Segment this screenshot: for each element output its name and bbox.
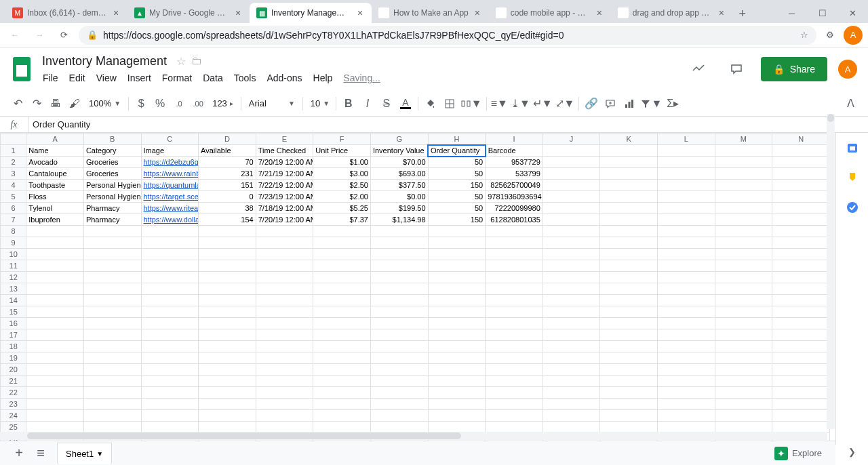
column-header[interactable]: L xyxy=(657,134,715,145)
column-header[interactable]: M xyxy=(715,134,772,145)
cell[interactable] xyxy=(715,306,772,318)
cell[interactable] xyxy=(772,295,830,306)
cell[interactable] xyxy=(715,249,772,260)
cell[interactable] xyxy=(141,376,199,387)
cell[interactable] xyxy=(256,376,313,387)
row-header[interactable]: 19 xyxy=(1,352,26,364)
cell[interactable] xyxy=(600,283,658,295)
cell[interactable]: 150 xyxy=(428,180,486,191)
cell[interactable] xyxy=(542,318,600,329)
cell[interactable] xyxy=(428,410,486,422)
cell[interactable] xyxy=(715,168,772,180)
cell[interactable] xyxy=(428,249,486,260)
cell[interactable] xyxy=(199,295,256,306)
cell[interactable] xyxy=(199,226,256,237)
cell[interactable]: Tylenol xyxy=(26,203,84,214)
cell[interactable]: $693.00 xyxy=(370,168,428,180)
cell[interactable] xyxy=(772,399,830,410)
cell[interactable] xyxy=(428,226,486,237)
cell[interactable] xyxy=(772,410,830,422)
cell[interactable] xyxy=(370,295,428,306)
cell[interactable] xyxy=(428,283,486,295)
cell[interactable] xyxy=(772,226,830,237)
cell[interactable] xyxy=(370,422,428,433)
cell[interactable] xyxy=(199,399,256,410)
cell[interactable] xyxy=(772,352,830,364)
cell[interactable]: 38 xyxy=(199,203,256,214)
cell[interactable]: Toothpaste xyxy=(26,180,84,191)
browser-tab[interactable]: MInbox (6,614) - demos@1tra× xyxy=(5,3,127,23)
row-header[interactable]: 16 xyxy=(1,318,26,329)
cell[interactable] xyxy=(313,329,371,341)
cell[interactable] xyxy=(26,387,84,399)
cell[interactable] xyxy=(313,306,371,318)
cell[interactable] xyxy=(657,203,715,214)
cell[interactable]: $7.37 xyxy=(313,214,371,226)
link-button[interactable]: 🔗 xyxy=(582,94,601,113)
cell[interactable] xyxy=(657,399,715,410)
cell[interactable] xyxy=(199,329,256,341)
cell[interactable] xyxy=(428,260,486,272)
browser-profile-icon[interactable]: A xyxy=(844,26,863,45)
cell[interactable]: https://d2ebzu6go xyxy=(141,157,199,168)
cell[interactable] xyxy=(600,168,658,180)
cell[interactable]: Inventory Value xyxy=(370,145,428,157)
v-align-button[interactable]: ⤓▼ xyxy=(509,94,532,113)
cell[interactable]: Unit Price xyxy=(313,145,371,157)
cell[interactable] xyxy=(428,376,486,387)
cell[interactable] xyxy=(715,329,772,341)
cell[interactable]: 50 xyxy=(428,157,486,168)
cell[interactable] xyxy=(26,364,84,376)
cell[interactable]: 154 xyxy=(199,214,256,226)
cell[interactable] xyxy=(600,226,658,237)
cell[interactable] xyxy=(26,249,84,260)
cell[interactable] xyxy=(486,295,543,306)
cell[interactable] xyxy=(772,237,830,249)
cell[interactable] xyxy=(486,364,543,376)
explore-button[interactable]: ✦ Explore xyxy=(769,444,827,463)
cell[interactable]: https://www.dolla xyxy=(141,214,199,226)
cell[interactable]: Name xyxy=(26,145,84,157)
cell[interactable]: 70 xyxy=(199,157,256,168)
column-header[interactable]: N xyxy=(772,134,830,145)
cell[interactable] xyxy=(542,272,600,283)
cell[interactable] xyxy=(542,203,600,214)
cell[interactable] xyxy=(657,387,715,399)
cell[interactable] xyxy=(256,260,313,272)
cell[interactable] xyxy=(715,145,772,157)
cell[interactable] xyxy=(199,410,256,422)
cell[interactable] xyxy=(542,157,600,168)
menu-add-ons[interactable]: Add-ons xyxy=(262,71,307,85)
cell[interactable] xyxy=(657,237,715,249)
cell[interactable] xyxy=(715,260,772,272)
activity-icon[interactable] xyxy=(685,56,712,83)
star-icon[interactable]: ☆ xyxy=(800,30,808,40)
cell[interactable] xyxy=(313,237,371,249)
cell[interactable] xyxy=(772,422,830,433)
cell[interactable] xyxy=(26,295,84,306)
cell[interactable] xyxy=(657,329,715,341)
cell[interactable] xyxy=(600,260,658,272)
column-header[interactable]: D xyxy=(199,134,256,145)
cell[interactable] xyxy=(600,364,658,376)
bold-button[interactable]: B xyxy=(339,94,358,113)
cell[interactable] xyxy=(26,422,84,433)
cell[interactable]: Floss xyxy=(26,191,84,203)
cell[interactable] xyxy=(772,376,830,387)
cell[interactable] xyxy=(26,410,84,422)
cell[interactable] xyxy=(542,410,600,422)
cell[interactable]: 150 xyxy=(428,214,486,226)
row-header[interactable]: 2 xyxy=(1,157,26,168)
cell[interactable] xyxy=(428,329,486,341)
cell[interactable] xyxy=(313,249,371,260)
cell[interactable] xyxy=(486,376,543,387)
cell[interactable] xyxy=(772,203,830,214)
cell[interactable] xyxy=(715,341,772,352)
cell[interactable] xyxy=(83,341,141,352)
row-header[interactable]: 17 xyxy=(1,329,26,341)
cell[interactable] xyxy=(26,376,84,387)
cell[interactable] xyxy=(83,260,141,272)
cell[interactable]: Time Checked xyxy=(256,145,313,157)
forward-button[interactable]: → xyxy=(30,26,49,45)
keep-icon[interactable] xyxy=(846,171,859,184)
